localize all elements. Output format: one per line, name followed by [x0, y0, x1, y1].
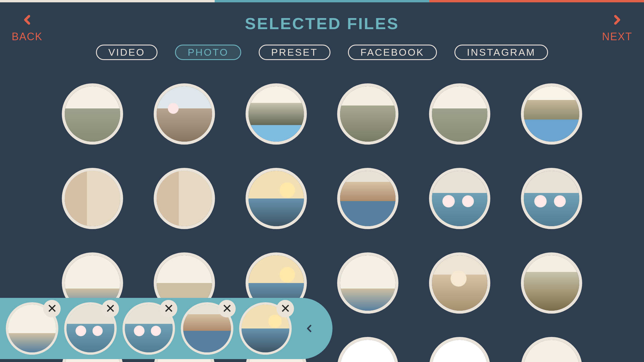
progress-segment-current [215, 0, 429, 2]
photo-thumbnail[interactable] [429, 83, 490, 145]
photo-thumbnail[interactable] [521, 252, 582, 314]
photo-image [524, 86, 579, 142]
photo-image [524, 171, 579, 226]
photo-image [249, 171, 304, 226]
header: BACK SELECTED FILES NEXT [0, 2, 644, 33]
photo-image [157, 86, 212, 142]
photo-thumbnail[interactable] [429, 252, 490, 314]
remove-button[interactable]: ✕ [43, 300, 61, 317]
remove-button[interactable]: ✕ [218, 300, 236, 317]
photo-thumbnail[interactable] [62, 168, 123, 229]
photo-image [432, 255, 487, 311]
photo-image [340, 86, 396, 142]
filter-tab-photo[interactable]: PHOTO [175, 45, 241, 60]
page-title: SELECTED FILES [245, 14, 399, 33]
progress-segment-completed [0, 0, 215, 2]
close-icon: ✕ [47, 303, 57, 315]
photo-thumbnail[interactable] [337, 252, 398, 314]
photo-thumbnail[interactable] [337, 337, 398, 362]
photo-image [524, 255, 579, 311]
remove-button[interactable]: ✕ [160, 300, 177, 317]
next-label: NEXT [602, 31, 632, 43]
close-icon: ✕ [164, 303, 174, 315]
photo-image [249, 86, 304, 142]
progress-bar [0, 0, 644, 2]
photo-thumbnail[interactable] [62, 83, 123, 145]
photo-image [432, 340, 487, 362]
close-icon: ✕ [280, 303, 290, 315]
photo-thumbnail[interactable] [246, 83, 307, 145]
back-button[interactable]: BACK [12, 11, 43, 43]
photo-image [340, 171, 396, 226]
filter-tab-video[interactable]: VIDEO [96, 45, 158, 60]
filter-tab-facebook[interactable]: FACEBOOK [348, 45, 437, 60]
selected-item: ✕ [6, 302, 58, 355]
photo-image [340, 255, 396, 311]
back-label: BACK [12, 31, 43, 43]
photo-image [432, 171, 487, 226]
photo-thumbnail[interactable] [521, 83, 582, 145]
photo-thumbnail[interactable] [154, 168, 215, 229]
photo-image [65, 171, 120, 226]
photo-thumbnail[interactable] [246, 168, 307, 229]
photo-thumbnail[interactable] [521, 337, 582, 362]
photo-image [340, 340, 396, 362]
filter-tab-instagram[interactable]: INSTAGRAM [454, 45, 548, 60]
selected-item: ✕ [181, 302, 233, 355]
filter-tab-preset[interactable]: PRESET [259, 45, 330, 60]
selected-item: ✕ [64, 302, 117, 355]
chevron-left-icon [303, 318, 315, 339]
photo-thumbnail[interactable] [337, 168, 398, 229]
progress-segment-next [429, 0, 644, 2]
photo-image [65, 86, 120, 142]
photo-thumbnail[interactable] [337, 83, 398, 145]
photo-thumbnail[interactable] [429, 168, 490, 229]
selected-item: ✕ [123, 302, 175, 355]
remove-button[interactable]: ✕ [102, 300, 119, 317]
remove-button[interactable]: ✕ [276, 300, 294, 317]
close-icon: ✕ [105, 303, 116, 315]
selected-item: ✕ [239, 302, 292, 355]
photo-thumbnail[interactable] [521, 168, 582, 229]
photo-thumbnail[interactable] [429, 337, 490, 362]
selected-tray: ✕✕✕✕✕ [0, 298, 332, 359]
photo-image [432, 86, 487, 142]
chevron-left-icon [20, 11, 34, 29]
photo-image [157, 171, 212, 226]
close-icon: ✕ [222, 303, 232, 315]
next-button[interactable]: NEXT [602, 11, 632, 43]
photo-image [524, 340, 579, 362]
chevron-right-icon [610, 11, 624, 29]
filter-tabs: VIDEOPHOTOPRESETFACEBOOKINSTAGRAM [0, 45, 644, 60]
photo-thumbnail[interactable] [154, 83, 215, 145]
tray-collapse-button[interactable] [298, 318, 321, 339]
